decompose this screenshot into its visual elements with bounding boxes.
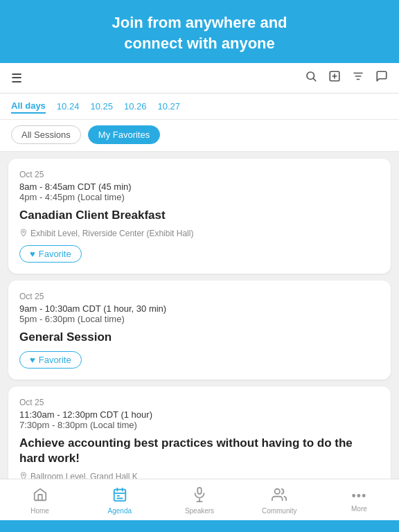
svg-point-7 (23, 474, 25, 476)
my-favorites-btn[interactable]: My Favorites (88, 125, 160, 144)
heart-icon-2: ♥ (30, 355, 35, 365)
session-1-favorite-label: Favorite (39, 249, 71, 259)
tab-1024[interactable]: 10.24 (57, 100, 80, 113)
agenda-label: Agenda (108, 507, 132, 515)
nav-left: ☰ (11, 71, 22, 86)
session-1-favorite-btn[interactable]: ♥ Favorite (19, 245, 82, 263)
location-icon-3 (19, 472, 28, 479)
hamburger-icon[interactable]: ☰ (11, 71, 22, 86)
heart-icon-1: ♥ (30, 249, 35, 259)
session-2-time-local: 5pm - 6:30pm (Local time) (19, 314, 380, 324)
speakers-icon (192, 487, 207, 506)
session-card-1: Oct 25 8am - 8:45am CDT (45 min) 4pm - 4… (8, 159, 391, 274)
nav-home[interactable]: Home (0, 487, 80, 515)
sessions-list: Oct 25 8am - 8:45am CDT (45 min) 4pm - 4… (0, 152, 399, 479)
chat-icon[interactable] (375, 70, 388, 86)
more-label: More (351, 505, 367, 513)
session-2-date: Oct 25 (19, 292, 380, 301)
filter-tabs: All Sessions My Favorites (0, 120, 399, 152)
session-3-time-local: 7:30pm - 8:30pm (Local time) (19, 420, 380, 430)
session-1-location-text: Exhibit Level, Riverside Center (Exhibit… (30, 229, 193, 238)
svg-point-16 (275, 489, 280, 494)
app-header: Join from anywhere and connect with anyo… (0, 0, 399, 63)
tab-1025[interactable]: 10.25 (90, 100, 113, 113)
svg-point-6 (23, 231, 25, 233)
svg-line-1 (313, 79, 315, 81)
session-1-time-cdt: 8am - 8:45am CDT (45 min) (19, 181, 380, 192)
nav-more[interactable]: ••• More (319, 489, 399, 513)
session-2-title: General Session (19, 330, 380, 345)
session-1-date: Oct 25 (19, 170, 380, 179)
home-icon (33, 487, 48, 506)
header-title: Join from anywhere and connect with anyo… (14, 12, 385, 53)
session-3-time-cdt: 11:30am - 12:30pm CDT (1 hour) (19, 409, 380, 420)
session-3-date: Oct 25 (19, 398, 380, 407)
location-icon-1 (19, 229, 28, 238)
more-icon: ••• (351, 489, 366, 504)
person-icon[interactable] (328, 70, 341, 86)
tab-1026[interactable]: 10.26 (124, 100, 147, 113)
nav-community[interactable]: Community (240, 487, 319, 515)
app-container: ☰ All days 10.24 10.25 10.26 10.27 All S… (0, 63, 399, 520)
home-label: Home (30, 507, 49, 515)
svg-rect-8 (114, 490, 126, 502)
nav-icons (305, 70, 388, 86)
session-2-favorite-label: Favorite (39, 355, 71, 365)
session-3-location-text: Ballroom Level, Grand Hall K (30, 472, 138, 479)
search-icon[interactable] (305, 70, 317, 86)
community-icon (272, 487, 287, 506)
agenda-icon (112, 487, 127, 506)
session-3-location: Ballroom Level, Grand Hall K (19, 472, 380, 479)
session-1-title: Canadian Client Breakfast (19, 208, 380, 223)
nav-speakers[interactable]: Speakers (159, 487, 239, 515)
community-label: Community (262, 507, 297, 515)
day-tabs: All days 10.24 10.25 10.26 10.27 (0, 94, 399, 120)
session-2-favorite-btn[interactable]: ♥ Favorite (19, 351, 82, 369)
session-1-location: Exhibit Level, Riverside Center (Exhibit… (19, 229, 380, 238)
session-card-3: Oct 25 11:30am - 12:30pm CDT (1 hour) 7:… (8, 387, 391, 479)
all-sessions-btn[interactable]: All Sessions (11, 125, 81, 144)
tab-all-days[interactable]: All days (11, 99, 46, 114)
session-2-time-cdt: 9am - 10:30am CDT (1 hour, 30 min) (19, 303, 380, 314)
session-1-time-local: 4pm - 4:45pm (Local time) (19, 192, 380, 202)
tab-1027[interactable]: 10.27 (158, 100, 181, 113)
bottom-nav: Home Agenda Speakers Community ••• More (0, 479, 399, 520)
session-card-2: Oct 25 9am - 10:30am CDT (1 hour, 30 min… (8, 281, 391, 379)
nav-bar: ☰ (0, 63, 399, 94)
speakers-label: Speakers (185, 507, 214, 515)
nav-agenda[interactable]: Agenda (80, 487, 159, 515)
session-3-title: Achieve accounting best practices withou… (19, 436, 380, 466)
filter-icon[interactable] (352, 70, 364, 86)
